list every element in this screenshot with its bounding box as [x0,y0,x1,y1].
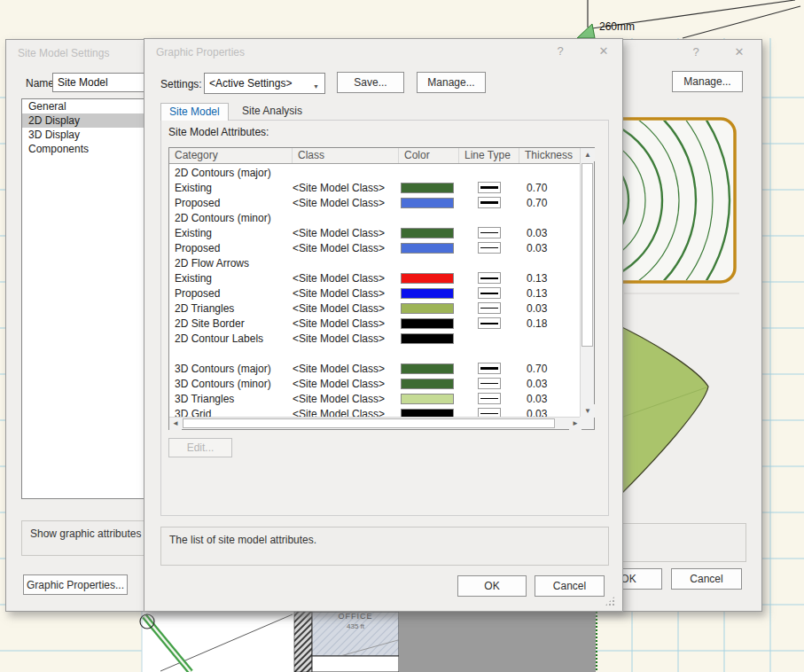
cell-color [399,379,459,389]
horizontal-scrollbar[interactable]: ◄ ► [169,417,582,429]
table-header: CategoryClassColorLine TypeThickness [169,148,582,164]
vertical-scroll-thumb[interactable] [582,163,593,347]
table-row[interactable]: Proposed<Site Model Class>0.13 [169,285,582,301]
cell-class: <Site Model Class> [293,332,399,345]
horizontal-scroll-thumb[interactable] [183,418,555,428]
cell-thickness: 0.03 [519,378,582,390]
help-icon[interactable]: ? [686,44,706,60]
dimension-label: 260mm [599,20,635,33]
cell-thickness: 0.13 [519,287,582,300]
table-row[interactable]: 2D Contours (minor) [169,210,582,225]
cell-class: <Site Model Class> [293,287,399,300]
column-header-thickness[interactable]: Thickness [519,148,582,163]
cell-thickness: 0.70 [519,197,582,209]
settings-dropdown[interactable]: <Active Settings> ▼ [204,73,325,94]
site-model-3d-preview [611,322,708,495]
cell-thickness: 0.03 [519,242,582,254]
cell-line-type [459,197,519,208]
column-header-color[interactable]: Color [399,148,459,163]
close-icon[interactable]: ✕ [730,44,749,60]
attributes-table[interactable]: CategoryClassColorLine TypeThickness 2D … [168,147,595,430]
cell-color [399,228,459,238]
column-header-line-type[interactable]: Line Type [459,148,519,163]
scroll-up-icon[interactable]: ▲ [581,148,595,161]
table-row[interactable]: Existing<Site Model Class>0.13 [169,270,582,285]
cell-line-type [459,272,519,284]
cell-thickness: 0.03 [519,393,582,405]
table-row[interactable]: Proposed<Site Model Class>0.70 [169,195,582,210]
table-row[interactable]: 2D Triangles<Site Model Class>0.03 [169,301,582,316]
cell-class: <Site Model Class> [293,393,399,405]
column-header-category[interactable]: Category [169,148,293,163]
color-swatch [401,303,454,314]
color-swatch [401,363,454,374]
column-header-class[interactable]: Class [293,148,399,163]
table-row[interactable]: Existing<Site Model Class>0.70 [169,180,582,195]
help-icon[interactable]: ? [550,43,570,59]
vertical-scrollbar[interactable]: ▲ ▼ [580,148,594,418]
office-area-label: 435 ft [312,622,399,630]
table-body[interactable]: 2D Contours (major)Existing<Site Model C… [169,165,582,418]
cell-color [399,363,459,374]
cell-thickness: 0.03 [519,302,582,315]
cell-category: 3D Contours (major) [169,363,293,375]
scroll-down-icon[interactable]: ▼ [581,404,595,418]
cell-category: Existing [169,227,293,239]
manage-button[interactable]: Manage... [417,72,486,93]
settings-cancel-button[interactable]: Cancel [671,568,742,590]
scroll-left-icon[interactable]: ◄ [169,418,182,430]
tab-site-model[interactable]: Site Model [160,103,229,121]
cell-category: 2D Site Border [169,317,293,330]
settings-manage-button[interactable]: Manage... [672,71,743,92]
cell-category: 2D Triangles [169,302,293,315]
save-button[interactable]: Save... [337,72,404,93]
cell-category: Existing [169,272,293,285]
color-swatch [401,379,454,389]
line-type-swatch [478,227,501,238]
cell-line-type [459,393,519,404]
cell-color [399,333,459,344]
cell-line-type [459,242,519,254]
cell-class: <Site Model Class> [293,182,399,194]
cancel-button[interactable]: Cancel [535,575,605,597]
table-row[interactable]: 2D Flow Arrows [169,255,582,270]
dialog-title: Site Model Settings [18,47,109,59]
color-swatch [401,198,454,208]
cell-thickness: 0.70 [519,182,582,194]
table-row[interactable]: 3D Triangles<Site Model Class>0.03 [169,391,582,406]
line-type-swatch [478,272,501,284]
table-row[interactable]: Proposed<Site Model Class>0.03 [169,240,582,255]
cell-category: 3D Triangles [169,393,293,405]
cell-category: 2D Contour Labels [169,332,293,345]
cell-category: 2D Contours (minor) [169,212,293,224]
table-row[interactable]: 3D Contours (minor)<Site Model Class>0.0… [169,376,582,391]
ok-button[interactable]: OK [457,575,527,597]
graphic-properties-dialog: Graphic Properties ? ✕ Settings: <Active… [144,38,623,612]
cell-class: <Site Model Class> [293,227,399,239]
table-row[interactable]: 2D Contour Labels<Site Model Class> [169,331,582,346]
resize-grip[interactable] [605,596,615,606]
table-row[interactable]: Existing<Site Model Class>0.03 [169,225,582,240]
cell-class: <Site Model Class> [293,242,399,254]
edit-button[interactable]: Edit... [168,438,232,457]
cell-color [399,183,459,193]
table-row[interactable] [169,346,582,361]
cell-line-type [459,363,519,374]
table-row[interactable]: 3D Contours (major)<Site Model Class>0.7… [169,361,582,376]
cell-color [399,198,459,208]
line-type-swatch [478,242,501,254]
table-row[interactable]: 2D Site Border<Site Model Class>0.18 [169,316,582,331]
close-icon[interactable]: ✕ [594,43,613,59]
cell-category: Proposed [169,242,293,254]
table-row[interactable]: 2D Contours (major) [169,165,582,180]
cell-color [399,394,459,404]
attributes-label: Site Model Attributes: [168,126,269,138]
cell-class: <Site Model Class> [293,302,399,315]
color-swatch [401,288,454,299]
tab-site-analysis[interactable]: Site Analysis [234,103,310,121]
line-type-swatch [478,317,501,329]
cell-category: Existing [169,182,293,194]
cell-category: 2D Contours (major) [169,167,293,179]
graphic-properties-button[interactable]: Graphic Properties... [23,574,128,595]
cell-thickness: 0.13 [519,272,582,285]
